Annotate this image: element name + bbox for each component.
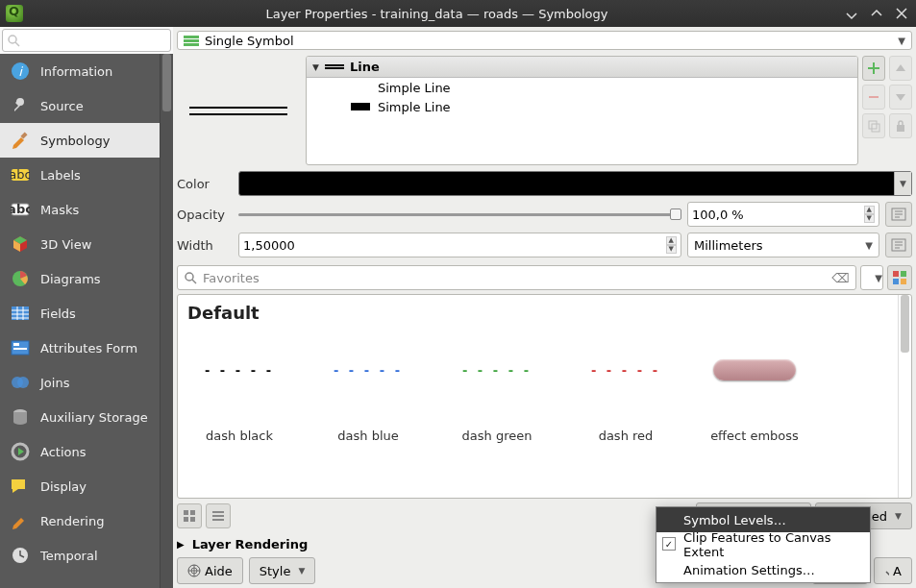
duplicate-layer-button[interactable]	[862, 113, 885, 138]
style-menu-button[interactable]: Style▼	[249, 557, 316, 584]
sidebar-item-display[interactable]: Display	[0, 469, 173, 503]
sidebar-item-labels[interactable]: abc Labels	[0, 158, 173, 192]
svg-rect-22	[872, 124, 879, 132]
info-icon: i	[10, 61, 31, 82]
menu-item-clip-features[interactable]: ✓ Clip Features to Canvas Extent	[656, 532, 870, 557]
sidebar-item-diagrams[interactable]: Diagrams	[0, 261, 173, 296]
sidebar-item-auxiliary-storage[interactable]: Auxiliary Storage	[0, 400, 173, 434]
menu-item-symbol-levels[interactable]: Symbol Levels…	[656, 507, 870, 532]
styles-search[interactable]: Favorites ⌫	[177, 265, 856, 290]
window-title: Layer Properties - training_data — roads…	[31, 7, 843, 21]
layer-rendering-label: Layer Rendering	[192, 537, 309, 551]
style-item-dash-red[interactable]: - - - - - dash red	[574, 332, 678, 490]
menu-item-label: Clip Features to Canvas Extent	[683, 530, 860, 559]
svg-text:abc: abc	[11, 167, 30, 182]
symbol-mode-combo[interactable]: Single Symbol ▼	[177, 31, 912, 50]
tree-root-line[interactable]: ▼ Line	[307, 57, 857, 78]
sidebar-item-attributes-form[interactable]: Attributes Form	[0, 331, 173, 365]
sidebar-item-masks[interactable]: abc Masks	[0, 192, 173, 227]
sidebar-item-fields[interactable]: Fields	[0, 296, 173, 331]
storage-icon	[10, 406, 31, 428]
apply-label: A	[893, 564, 902, 578]
sidebar-item-3dview[interactable]: 3D View	[0, 227, 173, 261]
svg-rect-32	[190, 510, 195, 515]
opacity-slider[interactable]	[238, 207, 681, 222]
help-button[interactable]: Aide	[177, 557, 243, 584]
menu-item-animation-settings[interactable]: Animation Settings…	[656, 557, 870, 582]
width-expression-button[interactable]	[885, 233, 912, 257]
sidebar-item-information[interactable]: i Information	[0, 54, 173, 88]
menu-item-label: Animation Settings…	[683, 563, 815, 577]
apply-button[interactable]: A	[874, 557, 912, 584]
actions-icon	[10, 441, 31, 462]
check-icon	[884, 564, 889, 577]
add-layer-button[interactable]	[862, 56, 885, 81]
single-symbol-icon	[184, 34, 199, 47]
display-icon	[10, 476, 31, 497]
sidebar-item-actions[interactable]: Actions	[0, 434, 173, 469]
menu-item-label: Symbol Levels…	[683, 513, 786, 527]
move-up-button[interactable]	[889, 56, 912, 81]
rendering-icon	[10, 510, 31, 531]
minus-icon	[867, 90, 880, 104]
symbol-layer-tree[interactable]: ▼ Line Simple Line Simple Line	[306, 56, 858, 165]
svg-rect-20	[184, 43, 199, 46]
opacity-expression-button[interactable]	[885, 202, 912, 227]
help-label: Aide	[205, 564, 233, 578]
svg-rect-23	[897, 125, 904, 132]
color-picker[interactable]: ▼	[238, 171, 912, 196]
sidebar-search[interactable]	[2, 29, 171, 52]
minimize-button[interactable]	[843, 5, 860, 22]
width-units-combo[interactable]: Millimeters ▼	[687, 233, 879, 257]
styles-panel: Default - - - - - dash black - - - - - d…	[177, 294, 912, 499]
width-value-input[interactable]: 1,50000 ▲▼	[238, 233, 681, 257]
titlebar: Layer Properties - training_data — roads…	[0, 0, 916, 27]
sidebar-item-symbology[interactable]: Symbology	[0, 123, 173, 158]
sidebar-item-label: Display	[40, 479, 87, 494]
styles-filter-combo[interactable]: ▼	[860, 265, 883, 290]
maximize-button[interactable]	[868, 5, 885, 22]
sidebar: i Information Source Symbology abc Label…	[0, 27, 173, 588]
sidebar-item-label: Masks	[40, 203, 79, 217]
chevron-down-icon[interactable]: ▼	[894, 172, 911, 195]
svg-text:abc: abc	[11, 202, 30, 216]
collapse-icon[interactable]: ▼	[312, 62, 319, 72]
line-swatch-icon	[325, 64, 344, 69]
opacity-value-input[interactable]: 100,0 % ▲▼	[687, 202, 879, 227]
plus-icon	[867, 61, 880, 75]
style-item-dash-black[interactable]: - - - - - dash black	[187, 332, 291, 490]
copy-icon	[867, 119, 880, 133]
clear-icon[interactable]: ⌫	[832, 271, 850, 285]
svg-rect-19	[184, 39, 199, 42]
sidebar-item-label: Temporal	[40, 549, 98, 563]
styles-scrollbar[interactable]	[898, 295, 911, 498]
checkbox-icon[interactable]: ✓	[662, 537, 676, 551]
sidebar-item-temporal[interactable]: Temporal	[0, 538, 173, 573]
style-item-effect-emboss[interactable]: effect emboss	[703, 332, 806, 490]
svg-rect-27	[893, 271, 899, 277]
tree-item-simple-line-1[interactable]: Simple Line	[307, 78, 857, 97]
remove-layer-button[interactable]	[862, 85, 885, 110]
sidebar-item-source[interactable]: Source	[0, 88, 173, 123]
fields-icon	[10, 303, 31, 324]
lock-layer-button[interactable]	[889, 113, 912, 138]
sidebar-item-label: Actions	[40, 445, 87, 459]
view-icons-button[interactable]	[177, 503, 202, 528]
form-icon	[10, 337, 31, 358]
close-button[interactable]	[893, 5, 910, 22]
joins-icon	[10, 372, 31, 393]
grid-icon	[183, 509, 196, 523]
style-manager-button[interactable]	[887, 265, 912, 290]
move-down-button[interactable]	[889, 85, 912, 110]
style-item-dash-blue[interactable]: - - - - - dash blue	[316, 332, 420, 490]
style-item-dash-green[interactable]: - - - - - dash green	[445, 332, 549, 490]
width-label: Width	[177, 238, 233, 253]
sidebar-item-label: Joins	[40, 376, 69, 390]
sidebar-item-rendering[interactable]: Rendering	[0, 503, 173, 538]
sidebar-item-joins[interactable]: Joins	[0, 365, 173, 400]
sidebar-scrollbar[interactable]	[160, 54, 173, 588]
view-list-button[interactable]	[206, 503, 231, 528]
chevron-down-icon: ▼	[895, 511, 902, 521]
masks-icon: abc	[10, 199, 31, 220]
tree-item-simple-line-2[interactable]: Simple Line	[307, 97, 857, 116]
